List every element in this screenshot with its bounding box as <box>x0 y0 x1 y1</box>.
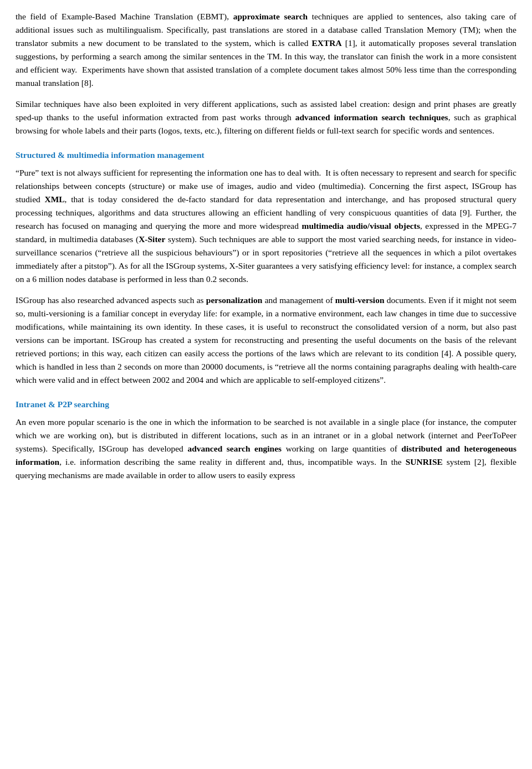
paragraph-1: the field of Example-Based Machine Trans… <box>16 10 516 90</box>
text-personalization: personalization <box>206 295 263 305</box>
text-ie: , i.e. information describing the same r… <box>59 457 405 466</box>
text-multi-version: multi-version <box>335 295 385 305</box>
paragraph-5: An even more popular scenario is the one… <box>16 416 516 482</box>
text-and-management: and management of <box>262 295 335 305</box>
text-advanced-search-engines: advanced search engines <box>187 444 282 453</box>
text-sunrise: SUNRISE <box>406 457 443 466</box>
paragraph-4: ISGroup has also researched advanced asp… <box>16 294 516 387</box>
section-heading-structured: Structured & multimedia information mana… <box>16 148 516 162</box>
text-working-on: working on large quantities of <box>282 444 401 453</box>
text-isgroup-researched: ISGroup has also researched advanced asp… <box>16 295 206 305</box>
text-ebmt-intro: the field of Example-Based Machine Trans… <box>16 12 233 21</box>
text-approximate-search: approximate search <box>233 12 308 21</box>
paragraph-2: Similar techniques have also been exploi… <box>16 98 516 137</box>
text-multi-version-desc: documents. Even if it might not seem so,… <box>16 295 516 384</box>
section-heading-intranet: Intranet & P2P searching <box>16 398 516 411</box>
paragraph-3: “Pure” text is not always sufficient for… <box>16 166 516 286</box>
text-xsiter: X-Siter <box>139 234 165 244</box>
text-multimedia-audio: multimedia audio/visual objects <box>301 221 420 230</box>
text-xml: XML <box>44 194 64 204</box>
page-content: the field of Example-Based Machine Trans… <box>0 0 532 769</box>
text-extra: EXTRA <box>311 38 341 48</box>
text-advanced-info-search: advanced information search techniques <box>295 112 448 122</box>
